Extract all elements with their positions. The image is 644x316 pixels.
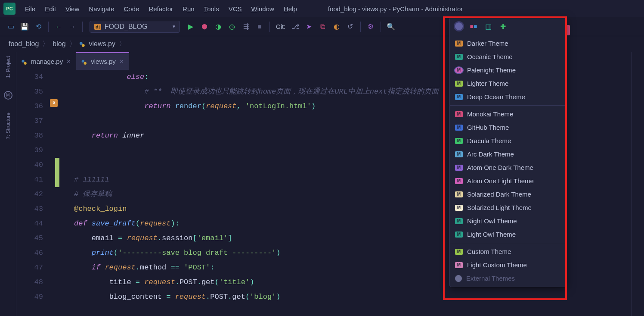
save-icon[interactable]: 💾	[19, 21, 30, 32]
back-icon[interactable]: ←	[53, 21, 64, 32]
refresh-icon[interactable]: ⟲	[33, 21, 44, 32]
code-line[interactable]: blog_content = request.POST.get('blog')	[74, 290, 631, 304]
debug-icon[interactable]: ⬢	[199, 21, 210, 32]
theme-label: Darker Theme	[467, 40, 508, 47]
settings-icon[interactable]: ⚙	[365, 21, 376, 32]
theme-columns-icon[interactable]: ▥	[483, 22, 493, 31]
theme-item[interactable]: MPalenight Theme	[450, 63, 566, 77]
menu-file[interactable]: File	[21, 3, 40, 15]
menu-vcs[interactable]: VCS	[224, 3, 246, 15]
theme-circle-icon[interactable]	[454, 22, 464, 31]
material-icon[interactable]: M	[4, 91, 12, 100]
theme-item[interactable]: MArc Dark Theme	[450, 147, 566, 161]
profile-icon[interactable]: ◷	[226, 21, 238, 32]
breadcrumb-file[interactable]: views.py	[89, 40, 115, 48]
theme-badge-icon: M	[455, 151, 463, 157]
theme-item[interactable]: MNight Owl Theme	[450, 214, 566, 228]
theme-badge-icon: M	[455, 232, 463, 238]
line-number: 41	[16, 172, 43, 187]
forward-icon[interactable]: →	[67, 21, 78, 32]
theme-label: Night Owl Theme	[467, 217, 517, 225]
search-icon[interactable]: 🔍	[385, 21, 396, 32]
menu-view[interactable]: View	[61, 3, 84, 15]
theme-label: Atom One Dark Theme	[467, 164, 533, 171]
menu-edit[interactable]: Edit	[40, 3, 60, 15]
close-icon[interactable]: ✕	[66, 58, 71, 65]
theme-item[interactable]: MLight Owl Theme	[450, 228, 566, 241]
theme-item[interactable]: MLighter Theme	[450, 77, 566, 90]
dot-icon	[455, 275, 462, 282]
theme-item[interactable]: MMonokai Theme	[450, 107, 566, 121]
tab-views-py[interactable]: views.py ✕	[76, 52, 129, 70]
theme-item[interactable]: MDeep Ocean Theme	[450, 90, 566, 103]
close-icon[interactable]: ✕	[119, 58, 124, 65]
fold-gutter: 5	[51, 70, 64, 316]
theme-item[interactable]: MSolarized Dark Theme	[450, 188, 566, 201]
line-number: 40	[16, 158, 43, 172]
menu-navigate[interactable]: Navigate	[84, 3, 118, 15]
html-gutter-icon[interactable]: 5	[50, 99, 58, 107]
menu-help[interactable]: Help	[279, 3, 301, 15]
theme-badge-icon: M	[455, 111, 463, 117]
theme-label: Atom One Light Theme	[467, 177, 534, 185]
theme-item[interactable]: MOceanic Theme	[450, 50, 566, 63]
run-config-selector[interactable]: dj FOOD_BLOG ▼	[90, 21, 180, 33]
theme-item[interactable]: MAtom One Light Theme	[450, 174, 566, 188]
divider	[450, 105, 566, 106]
line-number: 39	[16, 143, 43, 158]
theme-item[interactable]: MDracula Theme	[450, 134, 566, 147]
tab-manage-py[interactable]: manage.py ✕	[16, 52, 76, 70]
theme-item[interactable]: MLight Custom Theme	[450, 258, 566, 272]
python-file-icon	[81, 59, 87, 65]
breadcrumb-root[interactable]: food_blog	[9, 40, 39, 48]
theme-badge-icon: M	[455, 218, 463, 224]
theme-badge-icon: M	[455, 54, 463, 60]
theme-badge-icon: M	[455, 81, 463, 87]
theme-badge-icon: M	[455, 262, 463, 268]
line-number: 44	[16, 216, 43, 231]
divider	[450, 243, 566, 243]
theme-item: External Themes	[450, 272, 566, 285]
theme-label: Light Owl Theme	[467, 231, 516, 238]
theme-item[interactable]: MSolarized Light Theme	[450, 201, 566, 214]
window-title: food_blog - views.py - PyCharm - Adminis…	[328, 5, 463, 13]
concurrent-icon[interactable]: ⇶	[240, 21, 251, 32]
git-history-icon[interactable]: ◐	[331, 21, 342, 32]
theme-grid-icon[interactable]: ■■	[469, 22, 478, 31]
theme-label: External Themes	[466, 275, 515, 282]
git-branch-icon[interactable]: ⎇	[290, 21, 301, 32]
menu-run[interactable]: Run	[178, 3, 199, 15]
chevron-right-icon: 〉	[69, 40, 76, 49]
theme-label: Monokai Theme	[467, 110, 513, 118]
theme-badge-icon: M	[455, 67, 463, 73]
menu-tools[interactable]: Tools	[200, 3, 223, 15]
theme-item[interactable]: MAtom One Dark Theme	[450, 161, 566, 174]
theme-popup-toolbar: ■■ ▥ ✚	[450, 18, 566, 35]
theme-item[interactable]: MGitHub Theme	[450, 121, 566, 134]
structure-tool-button[interactable]: 7: Structure	[5, 113, 11, 139]
line-number: 47	[16, 260, 43, 275]
menu-window[interactable]: Window	[247, 3, 279, 15]
line-number: 46	[16, 246, 43, 260]
git-compare-icon[interactable]: ⧉	[317, 21, 328, 32]
project-tool-button[interactable]: 1: Project	[5, 56, 11, 78]
theme-puzzle-icon[interactable]: ✚	[498, 22, 508, 31]
line-number: 42	[16, 187, 43, 202]
menu-refactor[interactable]: Refactor	[144, 3, 177, 15]
run-icon[interactable]: ▶	[185, 21, 196, 32]
coverage-icon[interactable]: ◑	[213, 21, 224, 32]
menu-code[interactable]: Code	[120, 3, 144, 15]
stop-icon[interactable]: ■	[254, 21, 265, 32]
line-number: 45	[16, 231, 43, 246]
theme-item[interactable]: MDarker Theme	[450, 37, 566, 50]
theme-badge-icon: M	[455, 165, 463, 171]
breadcrumb-folder[interactable]: blog	[53, 40, 65, 48]
line-number-gutter: 34353637383940414243444546474849	[16, 70, 51, 316]
theme-badge-icon: M	[455, 178, 463, 184]
theme-label: Solarized Light Theme	[467, 204, 532, 211]
theme-item[interactable]: MCustom Theme	[450, 245, 566, 258]
open-icon[interactable]: ▭	[5, 21, 16, 32]
git-rollback-icon[interactable]: ↺	[345, 21, 356, 32]
git-push-icon[interactable]: ➤	[303, 21, 315, 32]
line-number: 43	[16, 202, 43, 216]
